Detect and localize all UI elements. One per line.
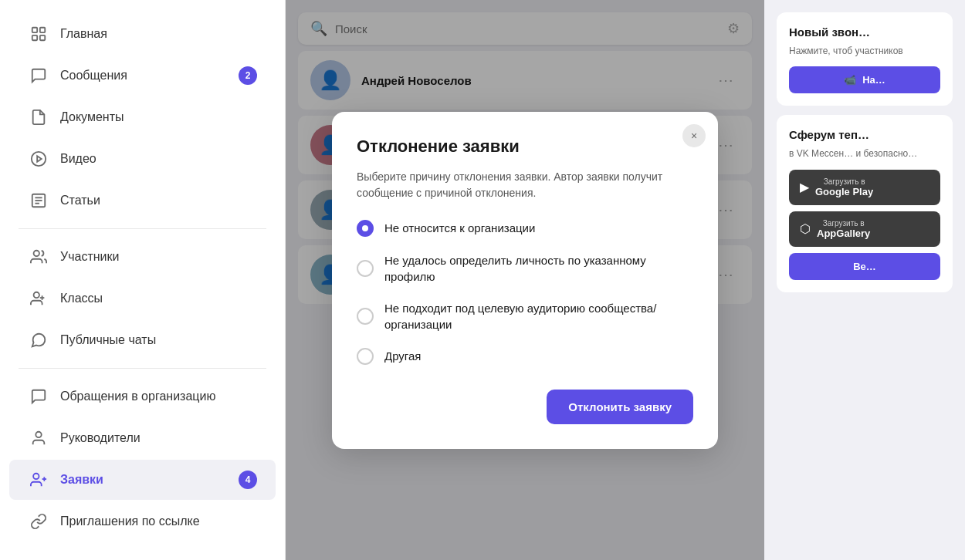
radio-option-not-org[interactable]: Не относится к организации — [357, 220, 693, 237]
sidebar-item-public-chats-label: Публичные чаты — [60, 333, 156, 347]
sidebar-item-invites-label: Приглашения по ссылке — [60, 514, 200, 528]
promo-1-button[interactable]: 📹 На… — [789, 66, 940, 93]
sidebar-item-org-requests-label: Обращения в организацию — [60, 390, 215, 403]
sidebar-item-members[interactable]: Участники — [9, 237, 276, 277]
sidebar-item-messages-label: Сообщения — [60, 69, 127, 83]
radio-circle-not-audience — [357, 308, 374, 325]
app-gallery-button[interactable]: ⬡ Загрузить в AppGallery — [789, 211, 940, 247]
svg-point-11 — [34, 292, 39, 298]
svg-rect-2 — [32, 35, 37, 40]
video-icon — [28, 148, 49, 170]
reject-application-button[interactable]: Отклонить заявку — [547, 390, 693, 424]
sidebar-item-documents-label: Документы — [60, 110, 124, 124]
applications-icon — [28, 469, 49, 491]
radio-label-other: Другая — [384, 348, 421, 364]
modal-title: Отклонение заявки — [357, 137, 693, 157]
promo-card-2: Сферум теп… в VK Мессен… и безопасно… ▶ … — [777, 115, 953, 292]
home-icon — [28, 23, 49, 45]
promo-1-title: Новый звон… — [789, 25, 940, 40]
radio-circle-other — [357, 348, 374, 365]
articles-icon — [28, 190, 49, 211]
more-button[interactable]: Ве… — [789, 253, 940, 280]
promo-1-desc: Нажмите, чтоб участников — [789, 45, 940, 58]
sidebar-item-home-label: Главная — [60, 27, 107, 41]
sidebar-divider-1 — [19, 228, 266, 229]
google-play-icon: ▶ — [800, 180, 809, 194]
sidebar-item-applications-label: Заявки — [60, 473, 103, 487]
svg-point-15 — [33, 474, 39, 479]
messages-badge: 2 — [239, 66, 257, 85]
app-gallery-label: Загрузить в AppGallery — [817, 219, 870, 239]
sidebar-item-classes-label: Классы — [60, 292, 103, 305]
radio-label-not-org: Не относится к организации — [384, 220, 535, 236]
svg-point-4 — [32, 152, 46, 166]
sidebar-item-documents[interactable]: Документы — [9, 97, 276, 137]
radio-option-other[interactable]: Другая — [357, 348, 693, 365]
promo-2-title: Сферум теп… — [789, 127, 940, 143]
documents-icon — [28, 106, 49, 128]
sidebar-item-public-chats[interactable]: Публичные чаты — [9, 320, 276, 360]
sidebar-item-articles[interactable]: Статьи — [9, 180, 276, 221]
svg-rect-3 — [40, 35, 45, 40]
radio-option-cant-identify[interactable]: Не удалось определить личность по указан… — [357, 252, 693, 285]
applications-badge: 4 — [239, 471, 257, 489]
sidebar-item-articles-label: Статьи — [60, 194, 100, 207]
sidebar-item-home[interactable]: Главная — [9, 14, 276, 54]
modal-footer: Отклонить заявку — [357, 390, 693, 424]
sidebar-item-members-label: Участники — [60, 250, 119, 264]
radio-label-not-audience: Не подходит под целевую аудиторию сообще… — [384, 300, 693, 332]
radio-circle-cant-identify — [357, 260, 374, 277]
promo-1-button-label: На… — [862, 74, 885, 86]
more-button-label: Ве… — [853, 261, 876, 272]
sidebar-item-applications[interactable]: Заявки 4 — [9, 460, 276, 500]
promo-2-subtitle: в VK Мессен… и безопасно… — [789, 147, 940, 160]
svg-marker-5 — [37, 156, 42, 161]
google-play-button[interactable]: ▶ Загрузить в Google Play — [789, 170, 940, 205]
radio-group: Не относится к организации Не удалось оп… — [357, 220, 693, 365]
sidebar-item-org-requests[interactable]: Обращения в организацию — [9, 376, 276, 417]
modal-overlay[interactable]: Отклонение заявки × Выберите причину отк… — [286, 0, 764, 560]
video-call-icon: 📹 — [844, 74, 856, 86]
modal-close-button[interactable]: × — [682, 124, 706, 147]
members-icon — [28, 246, 49, 268]
promo-card-1: Новый звон… Нажмите, чтоб участников 📹 Н… — [777, 12, 953, 106]
org-requests-icon — [28, 386, 49, 407]
google-play-label: Загрузить в Google Play — [815, 177, 873, 197]
modal-description: Выберите причину отклонения заявки. Авто… — [357, 169, 693, 201]
modal-dialog: Отклонение заявки × Выберите причину отк… — [332, 112, 718, 449]
main-content: 🔍 ⚙ 👤 Андрей Новоселов ⋯ 👤 ⋯ 👤 — [286, 0, 764, 560]
messages-icon — [28, 65, 49, 86]
right-panel: Новый звон… Нажмите, чтоб участников 📹 Н… — [764, 0, 965, 560]
svg-point-10 — [34, 251, 39, 256]
sidebar-item-video-label: Видео — [60, 152, 96, 166]
sidebar-item-managers-label: Руководители — [60, 431, 141, 445]
radio-option-not-audience[interactable]: Не подходит под целевую аудиторию сообще… — [357, 300, 693, 332]
radio-label-cant-identify: Не удалось определить личность по указан… — [384, 252, 693, 285]
sidebar-item-messages[interactable]: Сообщения 2 — [9, 56, 276, 96]
invites-icon — [28, 511, 49, 532]
svg-point-14 — [36, 432, 41, 437]
sidebar-item-classes[interactable]: Классы — [9, 278, 276, 319]
managers-icon — [28, 427, 49, 449]
sidebar-divider-2 — [19, 368, 266, 369]
sidebar-item-video[interactable]: Видео — [9, 139, 276, 179]
app-gallery-icon: ⬡ — [800, 221, 811, 236]
sidebar-item-invites[interactable]: Приглашения по ссылке — [9, 501, 276, 541]
sidebar: Главная Сообщения 2 Документы Видео — [0, 0, 286, 560]
radio-circle-not-org — [357, 220, 374, 237]
public-chats-icon — [28, 329, 49, 351]
sidebar-item-managers[interactable]: Руководители — [9, 418, 276, 458]
svg-rect-1 — [40, 28, 45, 32]
svg-rect-0 — [32, 28, 37, 32]
classes-icon — [28, 288, 49, 309]
